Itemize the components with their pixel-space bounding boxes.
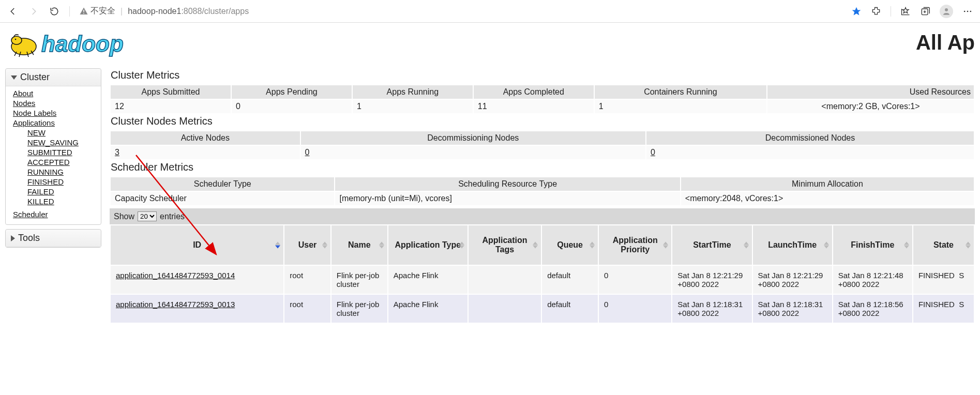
td-scheduling-resource-type: [memory-mb (unit=Mi), vcores] bbox=[335, 191, 680, 206]
sidebar-link-finished[interactable]: FINISHED bbox=[27, 177, 96, 187]
nodes-metrics-table: Active Nodes Decommissioning Nodes Decom… bbox=[110, 130, 975, 160]
th-finish[interactable]: FinishTime bbox=[833, 225, 913, 265]
th-apps-completed: Apps Completed bbox=[473, 85, 594, 99]
th-launch[interactable]: LaunchTime bbox=[752, 225, 833, 265]
sidebar-link-new-saving[interactable]: NEW_SAVING bbox=[27, 138, 96, 147]
favorites-icon[interactable] bbox=[900, 6, 911, 17]
app-id-link[interactable]: application_1641484772593_0013 bbox=[116, 300, 235, 309]
th-apps-submitted: Apps Submitted bbox=[110, 85, 231, 99]
sidebar-panel-tools: Tools bbox=[5, 229, 101, 248]
hadoop-logo: hadoop bbox=[6, 26, 980, 61]
sidebar-link-nodes[interactable]: Nodes bbox=[13, 98, 96, 108]
address-bar[interactable]: 不安全 | hadoop-node1:8088/cluster/apps bbox=[79, 6, 842, 17]
th-state[interactable]: State bbox=[913, 225, 974, 265]
th-priority[interactable]: Application Priority bbox=[598, 225, 672, 265]
cell-id: application_1641484772593_0013 bbox=[110, 294, 284, 323]
th-user[interactable]: User bbox=[284, 225, 331, 265]
table-row: application_1641484772593_0014rootFlink … bbox=[110, 265, 974, 294]
td-containers-running: 1 bbox=[594, 99, 767, 114]
app-id-link[interactable]: application_1641484772593_0014 bbox=[116, 271, 235, 280]
th-min-allocation: Minimum Allocation bbox=[681, 177, 974, 191]
th-queue[interactable]: Queue bbox=[541, 225, 598, 265]
sidebar-link-killed[interactable]: KILLED bbox=[27, 196, 96, 206]
th-apps-running: Apps Running bbox=[352, 85, 473, 99]
profile-avatar[interactable] bbox=[940, 5, 953, 18]
sidebar-link-accepted[interactable]: ACCEPTED bbox=[27, 157, 96, 167]
sidebar-link-node-labels[interactable]: Node Labels bbox=[13, 108, 96, 118]
security-warning: 不安全 bbox=[79, 6, 115, 17]
svg-rect-1 bbox=[83, 13, 84, 14]
link-active-nodes[interactable]: 3 bbox=[115, 148, 119, 157]
entries-label: entries bbox=[160, 212, 185, 221]
panel-title: Tools bbox=[18, 233, 40, 244]
sidebar-link-new[interactable]: NEW bbox=[27, 128, 96, 138]
sidebar-link-about[interactable]: About bbox=[13, 88, 96, 98]
section-title-nodes-metrics: Cluster Nodes Metrics bbox=[111, 115, 975, 127]
th-containers-running: Containers Running bbox=[594, 85, 767, 99]
svg-point-6 bbox=[970, 10, 972, 12]
collapse-icon bbox=[11, 75, 17, 80]
cluster-metrics-table: Apps Submitted Apps Pending Apps Running… bbox=[110, 84, 975, 114]
cell-launch: Sat Jan 8 12:21:29 +0800 2022 bbox=[752, 265, 833, 294]
th-app-type[interactable]: Application Type bbox=[388, 225, 468, 265]
sidebar-panel-cluster: Cluster About Nodes Node Labels Applicat… bbox=[5, 68, 101, 225]
sidebar-panel-tools-header[interactable]: Tools bbox=[6, 230, 101, 247]
th-id[interactable]: ID bbox=[110, 225, 284, 265]
cell-app-type: Apache Flink bbox=[388, 265, 468, 294]
th-app-tags[interactable]: Application Tags bbox=[468, 225, 541, 265]
th-start[interactable]: StartTime bbox=[672, 225, 752, 265]
sidebar-link-scheduler[interactable]: Scheduler bbox=[13, 209, 96, 219]
entries-select[interactable]: 20 bbox=[138, 211, 157, 221]
main-content: Cluster Metrics Apps Submitted Apps Pend… bbox=[110, 68, 975, 324]
collections-icon[interactable] bbox=[920, 6, 930, 17]
cell-user: root bbox=[284, 294, 331, 323]
sidebar-panel-cluster-header[interactable]: Cluster bbox=[6, 69, 101, 86]
td-scheduler-type: Capacity Scheduler bbox=[110, 191, 335, 206]
cell-queue: default bbox=[541, 265, 598, 294]
cell-app-tags bbox=[468, 294, 541, 323]
security-label: 不安全 bbox=[91, 6, 115, 17]
th-apps-pending: Apps Pending bbox=[231, 85, 352, 99]
cell-priority: 0 bbox=[598, 265, 672, 294]
svg-point-5 bbox=[967, 10, 969, 12]
separator bbox=[69, 6, 70, 17]
sidebar-link-applications[interactable]: Applications bbox=[13, 118, 96, 128]
separator: | bbox=[120, 7, 123, 16]
td-apps-pending: 0 bbox=[231, 99, 352, 114]
link-decommissioning-nodes[interactable]: 0 bbox=[305, 148, 310, 157]
page-title: All Ap bbox=[916, 31, 975, 54]
browser-right-icons bbox=[851, 5, 973, 18]
th-scheduling-resource-type: Scheduling Resource Type bbox=[335, 177, 680, 191]
back-button[interactable] bbox=[7, 6, 19, 17]
cell-start: Sat Jan 8 12:21:29 +0800 2022 bbox=[672, 265, 752, 294]
forward-button[interactable] bbox=[28, 6, 39, 17]
more-icon[interactable] bbox=[962, 6, 973, 17]
section-title-cluster-metrics: Cluster Metrics bbox=[111, 69, 975, 81]
td-active-nodes: 3 bbox=[110, 145, 300, 160]
cell-start: Sat Jan 8 12:18:31 +0800 2022 bbox=[672, 294, 752, 323]
entries-length-control: Show 20 entries bbox=[110, 208, 975, 224]
cell-finish: Sat Jan 8 12:18:56 +0800 2022 bbox=[833, 294, 913, 323]
td-min-allocation: <memory:2048, vCores:1> bbox=[681, 191, 974, 206]
cell-state: FINISHED S bbox=[913, 294, 974, 323]
star-icon[interactable] bbox=[851, 6, 862, 17]
sidebar-link-running[interactable]: RUNNING bbox=[27, 167, 96, 177]
td-used-resources: <memory:2 GB, vCores:1> bbox=[767, 99, 974, 114]
th-name[interactable]: Name bbox=[331, 225, 388, 265]
td-decommissioned-nodes: 0 bbox=[646, 145, 974, 160]
td-apps-submitted: 12 bbox=[110, 99, 231, 114]
expand-icon bbox=[11, 235, 15, 241]
th-used-resources: Used Resources bbox=[767, 85, 974, 99]
scheduler-metrics-table: Scheduler Type Scheduling Resource Type … bbox=[110, 176, 975, 206]
sidebar-link-submitted[interactable]: SUBMITTED bbox=[27, 147, 96, 157]
link-decommissioned-nodes[interactable]: 0 bbox=[651, 148, 655, 157]
th-scheduler-type: Scheduler Type bbox=[110, 177, 335, 191]
sidebar-app-states: NEW NEW_SAVING SUBMITTED ACCEPTED RUNNIN… bbox=[27, 128, 96, 206]
svg-rect-0 bbox=[83, 10, 84, 12]
browser-toolbar: 不安全 | hadoop-node1:8088/cluster/apps bbox=[0, 0, 980, 23]
cell-id: application_1641484772593_0014 bbox=[110, 265, 284, 294]
extension-icon[interactable] bbox=[871, 6, 881, 17]
cell-name: Flink per-job cluster bbox=[331, 294, 388, 323]
reload-button[interactable] bbox=[49, 6, 60, 17]
sidebar-link-failed[interactable]: FAILED bbox=[27, 187, 96, 196]
